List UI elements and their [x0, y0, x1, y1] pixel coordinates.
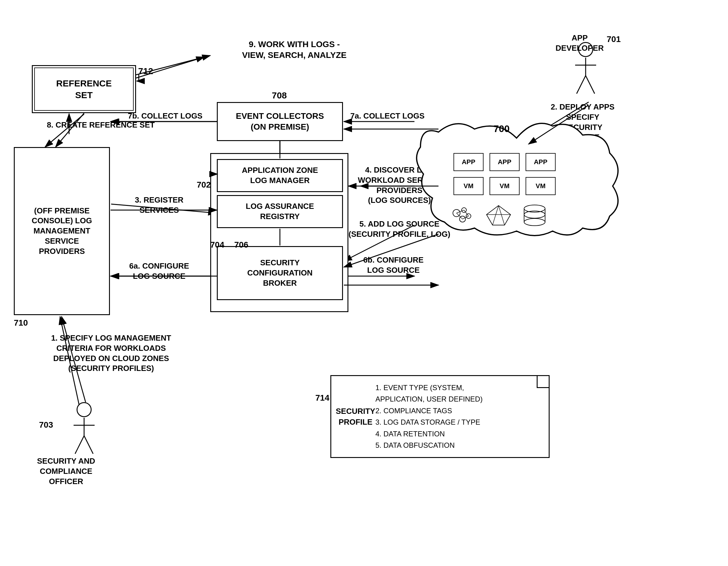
person-head-2	[77, 402, 92, 417]
reference-set-label: REFERENCE SET	[56, 77, 112, 101]
svg-marker-29	[487, 206, 511, 225]
vm-box-2: VM	[490, 177, 520, 195]
id-704: 704	[210, 240, 224, 250]
svg-text:700: 700	[493, 123, 509, 134]
security-officer-label: SECURITY AND COMPLIANCE OFFICER	[24, 456, 108, 486]
id-702: 702	[197, 180, 211, 190]
cloud-shape: 700	[414, 114, 619, 324]
id-703: 703	[39, 420, 53, 430]
id-701: 701	[607, 35, 621, 44]
event-collectors-box: 708 EVENT COLLECTORS (ON PREMISE)	[217, 102, 343, 141]
svg-point-37	[524, 219, 545, 226]
reference-set-box: REFERENCE SET	[32, 65, 136, 113]
svg-line-18	[577, 76, 586, 94]
svg-line-19	[586, 76, 595, 94]
step8-label: 8. CREATE REFERENCE SET	[47, 120, 167, 130]
log-assurance-label: LOG ASSURANCE REGISTRY	[246, 201, 314, 222]
id-706: 706	[234, 240, 248, 250]
app-box-3: APP	[526, 153, 556, 171]
app-zone-label: APPLICATION ZONE LOG MANAGER	[242, 165, 318, 186]
svg-line-41	[75, 436, 84, 454]
app-zone-log-manager-box: APPLICATION ZONE LOG MANAGER	[217, 159, 343, 192]
app-box-2: APP	[490, 153, 520, 171]
id-710: 710	[14, 318, 28, 328]
svg-line-3	[45, 114, 84, 147]
svg-line-31	[493, 206, 499, 225]
step3-label: 3. REGISTER SERVICES	[117, 195, 201, 216]
id-714: 714	[315, 393, 329, 403]
sp-items: 1. EVENT TYPE (SYSTEM, APPLICATION, USER…	[375, 383, 483, 449]
security-config-broker-box: SECURITY CONFIGURATION BROKER	[217, 246, 343, 300]
svg-rect-34	[524, 209, 545, 222]
step7b-label: 7b. COLLECT LOGS	[126, 111, 204, 121]
diagram: REFERENCE SET 712 9. WORK WITH LOGS - VI…	[0, 0, 728, 566]
icon-diamond	[484, 204, 514, 228]
icon-database	[520, 204, 550, 228]
security-officer-person	[69, 402, 99, 457]
vm-box-3: VM	[526, 177, 556, 195]
off-premise-box: (OFF PREMISE CONSOLE) LOG MANAGEMENT SER…	[14, 147, 110, 315]
app-box-1: APP	[453, 153, 484, 171]
step6a-label: 6a. CONFIGURE LOG SOURCE	[114, 261, 204, 282]
svg-line-42	[84, 436, 93, 454]
id-712: 712	[138, 66, 153, 76]
step9-label: 9. WORK WITH LOGS - VIEW, SEARCH, ANALYZ…	[210, 39, 378, 61]
log-assurance-box: LOG ASSURANCE REGISTRY	[217, 195, 343, 228]
app-developer-label: APP DEVELOPER	[550, 33, 610, 53]
svg-line-32	[499, 206, 505, 225]
security-profile-section: SECURITY PROFILE 1. EVENT TYPE (SYSTEM, …	[330, 375, 550, 458]
security-config-label: SECURITY CONFIGURATION BROKER	[247, 258, 313, 288]
event-collectors-label: EVENT COLLECTORS (ON PREMISE)	[236, 111, 324, 133]
icon-cluster	[447, 204, 478, 228]
vm-box-1: VM	[453, 177, 484, 195]
step1-label: 1. SPECIFY LOG MANAGEMENT CRITERIA FOR W…	[30, 333, 192, 374]
off-premise-label: (OFF PREMISE CONSOLE) LOG MANAGEMENT SER…	[32, 206, 92, 257]
